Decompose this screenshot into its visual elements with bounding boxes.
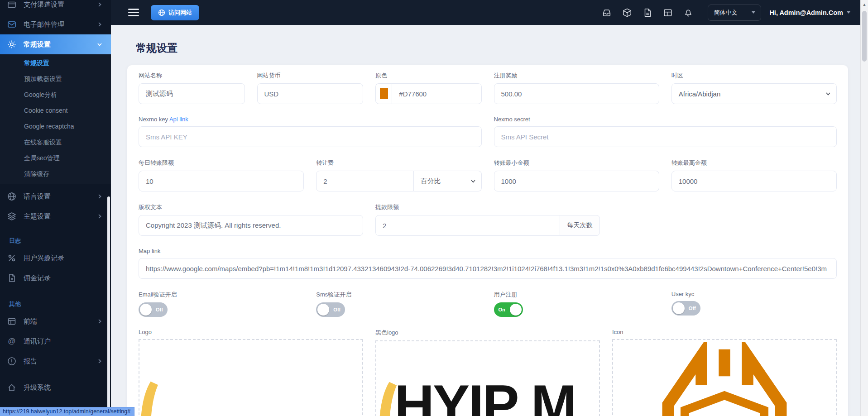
signup-bonus-label: 注册奖励 [494, 72, 659, 80]
submenu-item-general-settings[interactable]: 常规设置 [0, 55, 111, 71]
sidebar-item-reports[interactable]: 报告 [0, 351, 111, 371]
transfer-fee-input[interactable] [316, 171, 414, 191]
submenu-item-google-recaptcha[interactable]: Google recaptcha [0, 119, 111, 134]
layout-icon [7, 317, 16, 326]
visit-website-button[interactable]: 访问网站 [151, 5, 199, 20]
sidebar-item-newsletter-subscribers[interactable]: @ 通讯订户 [0, 331, 111, 351]
daily-transfer-limit-label: 每日转账限额 [139, 159, 304, 167]
icon-upload-label: Icon [612, 329, 837, 335]
sidebar-item-label: 电子邮件管理 [24, 20, 96, 29]
transfer-max-input[interactable] [671, 171, 837, 191]
sidebar-scrollbar[interactable] [107, 196, 110, 416]
percent-icon [7, 253, 16, 263]
sms-verification-toggle[interactable]: Off [316, 302, 345, 317]
sidebar-item-user-interest-log[interactable]: 用户兴趣记录 [0, 248, 111, 268]
user-registration-toggle[interactable]: On [494, 302, 523, 317]
scrollbar-thumb[interactable] [862, 11, 867, 62]
language-selector[interactable]: 简体中文 [708, 5, 761, 21]
grid-table-icon[interactable] [663, 8, 673, 18]
nexmo-key-label: Nexmo key Api link [139, 116, 482, 123]
user-menu[interactable]: Hi, Admin@Admin.Com [769, 9, 850, 16]
sidebar-item-frontend[interactable]: 前端 [0, 311, 111, 331]
api-link[interactable]: Api link [169, 116, 188, 123]
layers-icon [7, 212, 16, 221]
daily-transfer-limit-input[interactable] [139, 171, 304, 191]
submenu-item-global-seo[interactable]: 全局seo管理 [0, 150, 111, 166]
nexmo-secret-input[interactable] [494, 126, 837, 147]
submenu-item-cookie-consent[interactable]: Cookie consent [0, 103, 111, 119]
dark-logo-upload-dropzone[interactable]: HYIP M [375, 340, 600, 416]
sidebar-item-label: 通讯订户 [24, 337, 103, 346]
submenu-item-preloader[interactable]: 预加载器设置 [0, 71, 111, 87]
transfer-max-label: 转账最高金额 [671, 159, 837, 167]
chevron-down-icon [752, 11, 755, 14]
sidebar-item-label: 报告 [24, 357, 96, 366]
primary-color-label: 原色 [375, 72, 482, 80]
main-content: 常规设置 网站名称 网站货币 原色 注册 [111, 25, 860, 416]
sidebar-section-other: 其他 [0, 295, 111, 311]
submenu-item-clear-cache[interactable]: 清除缓存 [0, 166, 111, 182]
at-sign-icon: @ [7, 337, 16, 346]
nexmo-key-input[interactable] [139, 126, 482, 147]
package-icon[interactable] [622, 8, 632, 18]
user-kyc-label: User kyc [671, 291, 837, 297]
site-name-input[interactable] [139, 83, 245, 104]
chevron-down-icon [825, 91, 831, 96]
chevron-down-icon [96, 41, 103, 48]
general-settings-submenu: 常规设置 预加载器设置 Google分析 Cookie consent Goog… [0, 54, 111, 184]
primary-color-input[interactable] [392, 83, 481, 104]
file-text-icon [7, 273, 16, 282]
gear-icon [7, 40, 16, 49]
color-swatch [380, 88, 388, 99]
sidebar-item-commission-log[interactable]: 佣金记录 [0, 268, 111, 288]
bell-icon[interactable] [683, 8, 693, 18]
sidebar-item-language-settings[interactable]: 语言设置 [0, 186, 111, 206]
sidebar-section-logs: 日志 [0, 232, 111, 248]
submenu-item-google-analytics[interactable]: Google分析 [0, 87, 111, 103]
chevron-down-icon [470, 178, 476, 184]
color-swatch-button[interactable] [375, 83, 392, 104]
inbox-icon[interactable] [602, 8, 612, 18]
transfer-min-input[interactable] [494, 171, 659, 191]
credit-card-icon [7, 0, 16, 9]
email-verification-toggle[interactable]: Off [139, 302, 168, 317]
hamburger-menu-icon[interactable] [128, 7, 139, 19]
sidebar-item-payment-channels[interactable]: 支付渠道设置 [0, 0, 111, 14]
sidebar-item-theme-settings[interactable]: 主题设置 [0, 206, 111, 226]
icon-upload-dropzone[interactable] [612, 339, 837, 416]
map-link-input[interactable] [139, 258, 837, 279]
sidebar-item-email-management[interactable]: 电子邮件管理 [0, 14, 111, 34]
toggle-knob [510, 304, 522, 316]
logo-upload-dropzone[interactable] [139, 339, 363, 416]
withdraw-limit-input[interactable] [375, 215, 560, 236]
copyright-input[interactable] [139, 215, 363, 236]
sidebar-item-upgrade-system[interactable]: 升级系统 [0, 378, 111, 397]
page-scrollbar[interactable]: ▲ [860, 0, 868, 416]
currency-label: 网站货币 [257, 72, 364, 80]
user-kyc-toggle[interactable]: Off [671, 301, 700, 316]
sms-verification-label: Sms验证开启 [316, 291, 481, 299]
signup-bonus-input[interactable] [494, 83, 659, 104]
withdraw-limit-addon: 每天次数 [560, 215, 600, 236]
chevron-right-icon [96, 358, 103, 364]
transfer-fee-unit-select[interactable]: 百分比 [414, 171, 482, 191]
logo-preview-fragment [139, 365, 159, 416]
sidebar-item-label: 升级系统 [24, 383, 103, 392]
sidebar-item-label: 语言设置 [24, 192, 96, 201]
mail-icon [7, 20, 16, 29]
nexmo-secret-label: Nexmo secret [494, 116, 837, 123]
site-icon-preview [647, 342, 801, 416]
user-registration-label: 用户注册 [494, 291, 659, 299]
timezone-select[interactable]: Africa/Abidjan [671, 83, 837, 104]
sidebar-item-label: 前端 [24, 317, 96, 326]
scroll-up-arrow[interactable]: ▲ [861, 0, 868, 7]
withdraw-limit-label: 提款限额 [375, 203, 600, 211]
currency-input[interactable] [257, 83, 364, 104]
status-bar-link-preview: https://219.haiweiyun12.top/admin/genera… [0, 407, 134, 416]
map-link-label: Map link [139, 248, 837, 254]
transfer-fee-label: 转让费 [316, 159, 481, 167]
chevron-right-icon [96, 193, 103, 200]
document-icon[interactable] [643, 8, 652, 18]
sidebar-item-general-settings[interactable]: 常规设置 [0, 34, 111, 54]
submenu-item-live-chat[interactable]: 在线客服设置 [0, 134, 111, 150]
